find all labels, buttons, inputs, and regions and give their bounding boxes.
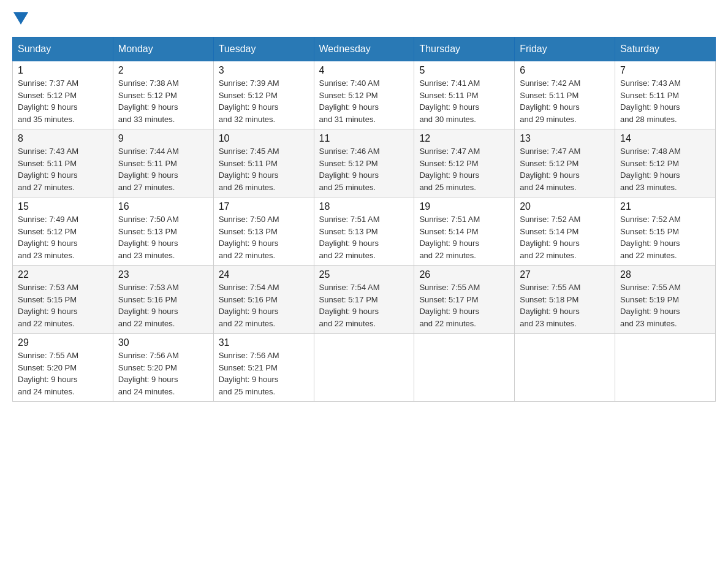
calendar-day [314, 334, 414, 402]
sunrise-label: Sunrise: 7:37 AM [18, 79, 78, 88]
sunrise-label: Sunrise: 7:56 AM [118, 351, 179, 360]
sunset-label: Sunset: 5:19 PM [620, 295, 679, 304]
calendar-day: 16 Sunrise: 7:50 AM Sunset: 5:13 PM Dayl… [113, 197, 213, 266]
calendar-day: 17 Sunrise: 7:50 AM Sunset: 5:13 PM Dayl… [213, 197, 314, 266]
calendar-day: 3 Sunrise: 7:39 AM Sunset: 5:12 PM Dayli… [213, 61, 314, 129]
sunrise-label: Sunrise: 7:54 AM [219, 283, 279, 292]
daylight-label: Daylight: 9 hours [18, 239, 78, 248]
daylight-minutes: and 23 minutes. [520, 319, 577, 328]
day-number: 28 [620, 269, 710, 280]
sunset-label: Sunset: 5:15 PM [620, 227, 679, 236]
sunset-label: Sunset: 5:12 PM [319, 159, 378, 168]
day-number: 15 [18, 201, 108, 212]
sunset-label: Sunset: 5:12 PM [620, 159, 679, 168]
daylight-minutes: and 22 minutes. [319, 251, 376, 260]
col-header-tuesday: Tuesday [213, 37, 314, 61]
daylight-label: Daylight: 9 hours [118, 102, 178, 112]
daylight-label: Daylight: 9 hours [620, 239, 680, 248]
calendar-table: SundayMondayTuesdayWednesdayThursdayFrid… [12, 37, 716, 402]
sunset-label: Sunset: 5:16 PM [219, 295, 278, 304]
calendar-day: 29 Sunrise: 7:55 AM Sunset: 5:20 PM Dayl… [13, 334, 113, 402]
day-info: Sunrise: 7:43 AM Sunset: 5:11 PM Dayligh… [620, 77, 710, 125]
calendar-day [615, 334, 716, 402]
sunrise-label: Sunrise: 7:39 AM [219, 79, 279, 88]
daylight-minutes: and 32 minutes. [219, 115, 276, 124]
daylight-minutes: and 35 minutes. [18, 115, 75, 124]
daylight-minutes: and 26 minutes. [219, 183, 276, 192]
sunrise-label: Sunrise: 7:53 AM [18, 283, 78, 292]
day-number: 24 [219, 269, 309, 280]
calendar-day: 27 Sunrise: 7:55 AM Sunset: 5:18 PM Dayl… [515, 266, 615, 334]
day-info: Sunrise: 7:43 AM Sunset: 5:11 PM Dayligh… [18, 145, 108, 193]
daylight-label: Daylight: 9 hours [520, 307, 580, 316]
daylight-label: Daylight: 9 hours [620, 170, 680, 180]
calendar-week-4: 22 Sunrise: 7:53 AM Sunset: 5:15 PM Dayl… [13, 266, 716, 334]
sunset-label: Sunset: 5:15 PM [18, 295, 77, 304]
sunset-label: Sunset: 5:13 PM [118, 227, 177, 236]
daylight-minutes: and 22 minutes. [219, 319, 276, 328]
sunrise-label: Sunrise: 7:50 AM [219, 215, 279, 224]
sunrise-label: Sunrise: 7:38 AM [118, 79, 179, 88]
sunset-label: Sunset: 5:11 PM [520, 91, 578, 100]
day-info: Sunrise: 7:38 AM Sunset: 5:12 PM Dayligh… [118, 77, 208, 125]
sunset-label: Sunset: 5:21 PM [219, 363, 278, 372]
calendar-day: 9 Sunrise: 7:44 AM Sunset: 5:11 PM Dayli… [113, 129, 213, 197]
day-number: 20 [520, 201, 610, 212]
daylight-minutes: and 25 minutes. [419, 183, 476, 192]
day-info: Sunrise: 7:56 AM Sunset: 5:21 PM Dayligh… [219, 350, 309, 397]
calendar-day: 10 Sunrise: 7:45 AM Sunset: 5:11 PM Dayl… [213, 129, 314, 197]
daylight-minutes: and 22 minutes. [118, 319, 175, 328]
day-number: 26 [419, 269, 509, 280]
calendar-week-2: 8 Sunrise: 7:43 AM Sunset: 5:11 PM Dayli… [13, 129, 716, 197]
calendar-day: 5 Sunrise: 7:41 AM Sunset: 5:11 PM Dayli… [414, 61, 515, 129]
daylight-label: Daylight: 9 hours [18, 375, 78, 384]
sunset-label: Sunset: 5:12 PM [18, 91, 77, 100]
day-number: 30 [118, 337, 208, 348]
sunset-label: Sunset: 5:12 PM [118, 91, 177, 100]
daylight-label: Daylight: 9 hours [520, 102, 580, 112]
day-number: 12 [419, 133, 509, 144]
day-info: Sunrise: 7:39 AM Sunset: 5:12 PM Dayligh… [219, 77, 309, 125]
sunset-label: Sunset: 5:11 PM [419, 91, 478, 100]
sunrise-label: Sunrise: 7:43 AM [620, 79, 681, 88]
sunrise-label: Sunrise: 7:55 AM [620, 283, 681, 292]
sunrise-label: Sunrise: 7:46 AM [319, 147, 380, 156]
daylight-minutes: and 22 minutes. [419, 251, 476, 260]
sunset-label: Sunset: 5:11 PM [620, 91, 679, 100]
daylight-minutes: and 24 minutes. [18, 387, 75, 396]
calendar-day: 20 Sunrise: 7:52 AM Sunset: 5:14 PM Dayl… [515, 197, 615, 266]
sunrise-label: Sunrise: 7:50 AM [118, 215, 179, 224]
sunset-label: Sunset: 5:17 PM [319, 295, 378, 304]
calendar-day: 1 Sunrise: 7:37 AM Sunset: 5:12 PM Dayli… [13, 61, 113, 129]
day-info: Sunrise: 7:37 AM Sunset: 5:12 PM Dayligh… [18, 77, 108, 125]
day-info: Sunrise: 7:51 AM Sunset: 5:13 PM Dayligh… [319, 213, 409, 261]
day-number: 2 [118, 65, 208, 76]
daylight-minutes: and 27 minutes. [18, 183, 75, 192]
sunrise-label: Sunrise: 7:47 AM [520, 147, 580, 156]
daylight-minutes: and 24 minutes. [520, 183, 577, 192]
calendar-day: 31 Sunrise: 7:56 AM Sunset: 5:21 PM Dayl… [213, 334, 314, 402]
day-info: Sunrise: 7:50 AM Sunset: 5:13 PM Dayligh… [219, 213, 309, 261]
sunrise-label: Sunrise: 7:55 AM [419, 283, 480, 292]
calendar-day: 26 Sunrise: 7:55 AM Sunset: 5:17 PM Dayl… [414, 266, 515, 334]
sunset-label: Sunset: 5:20 PM [18, 363, 77, 372]
daylight-label: Daylight: 9 hours [118, 239, 178, 248]
col-header-thursday: Thursday [414, 37, 515, 61]
sunset-label: Sunset: 5:14 PM [520, 227, 578, 236]
day-info: Sunrise: 7:44 AM Sunset: 5:11 PM Dayligh… [118, 145, 208, 193]
daylight-minutes: and 23 minutes. [118, 251, 175, 260]
day-number: 6 [520, 65, 610, 76]
daylight-label: Daylight: 9 hours [219, 239, 279, 248]
day-number: 5 [419, 65, 509, 76]
calendar-day: 8 Sunrise: 7:43 AM Sunset: 5:11 PM Dayli… [13, 129, 113, 197]
daylight-label: Daylight: 9 hours [520, 239, 580, 248]
sunrise-label: Sunrise: 7:43 AM [18, 147, 78, 156]
day-number: 9 [118, 133, 208, 144]
day-number: 1 [18, 65, 108, 76]
calendar-day: 13 Sunrise: 7:47 AM Sunset: 5:12 PM Dayl… [515, 129, 615, 197]
day-info: Sunrise: 7:48 AM Sunset: 5:12 PM Dayligh… [620, 145, 710, 193]
calendar-day: 15 Sunrise: 7:49 AM Sunset: 5:12 PM Dayl… [13, 197, 113, 266]
calendar-day: 11 Sunrise: 7:46 AM Sunset: 5:12 PM Dayl… [314, 129, 414, 197]
daylight-label: Daylight: 9 hours [419, 239, 479, 248]
daylight-label: Daylight: 9 hours [319, 307, 379, 316]
